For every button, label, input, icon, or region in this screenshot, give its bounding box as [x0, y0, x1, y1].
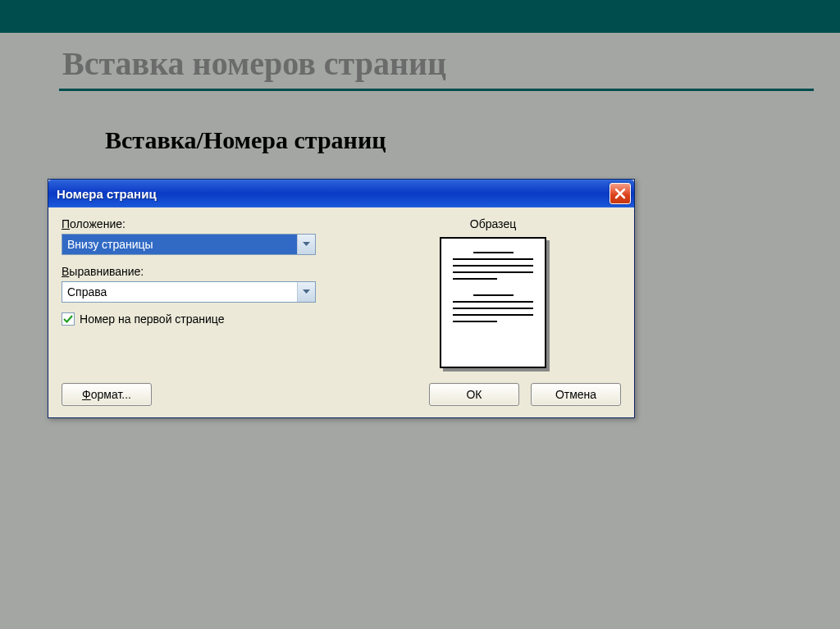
alignment-combobox[interactable]: Справа: [62, 281, 316, 303]
first-page-checkbox[interactable]: [62, 312, 75, 326]
alignment-label: Выравнивание:: [62, 265, 332, 278]
sample-preview: [440, 237, 546, 368]
position-dropdown-arrow[interactable]: [297, 235, 315, 254]
ok-button[interactable]: ОК: [429, 383, 519, 406]
position-value: Внизу страницы: [62, 235, 297, 254]
close-icon: [614, 188, 626, 199]
chevron-down-icon: [303, 289, 310, 294]
position-label: Положение:: [62, 217, 332, 230]
checkmark-icon: [63, 314, 73, 324]
page-numbers-dialog: Номера страниц Положение: Внизу страницы: [48, 179, 635, 418]
dialog-titlebar[interactable]: Номера страниц: [48, 180, 634, 207]
dialog-body: Положение: Внизу страницы Выравнивание: …: [48, 207, 634, 417]
position-combobox[interactable]: Внизу страницы: [62, 234, 316, 255]
slide-heading: Вставка номеров страниц: [62, 44, 446, 83]
heading-underline: [59, 89, 814, 91]
dialog-title: Номера страниц: [57, 187, 157, 201]
slide-top-stripe: [0, 0, 840, 33]
alignment-dropdown-arrow[interactable]: [297, 282, 315, 302]
sample-label: Образец: [470, 217, 516, 230]
first-page-checkbox-label: Номер на первой странице: [80, 312, 225, 326]
slide-subheading: Вставка/Номера страниц: [105, 126, 386, 154]
alignment-value: Справа: [62, 282, 297, 302]
close-button[interactable]: [609, 183, 631, 204]
cancel-button[interactable]: Отмена: [531, 383, 621, 406]
format-button[interactable]: Формат...: [62, 383, 152, 406]
chevron-down-icon: [303, 242, 310, 247]
first-page-checkbox-row[interactable]: Номер на первой странице: [62, 312, 332, 326]
